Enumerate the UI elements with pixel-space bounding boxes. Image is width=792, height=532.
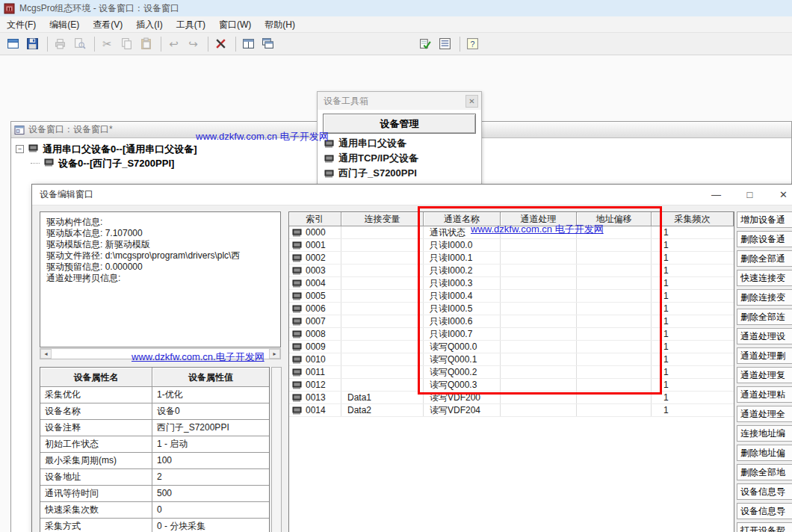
channel-row[interactable]: 0003只读I000.21: [289, 265, 734, 277]
device-manage-button[interactable]: 设备管理: [323, 114, 476, 134]
tile-windows-icon[interactable]: [240, 35, 257, 52]
toolbox-item-1[interactable]: 通用TCP/IP父设备: [318, 151, 481, 166]
print-preview-icon[interactable]: [71, 35, 88, 52]
channel-cell: Data1: [341, 392, 424, 403]
close-icon[interactable]: ✕: [465, 95, 478, 108]
side-buttons: 增加设备通删除设备通删除全部通快速连接变删除连接变删除全部连通道处理设通道处理删…: [737, 211, 792, 532]
device-edit-dialog-titlebar[interactable]: 设备编辑窗口 — □ ✕: [32, 185, 792, 205]
property-header-name: 设备属性名: [40, 368, 152, 387]
toolbox-icon[interactable]: [212, 35, 229, 52]
tree-expander-icon[interactable]: −: [16, 145, 24, 153]
undo-icon[interactable]: ↩: [165, 35, 182, 52]
toolbar-separator: [235, 37, 236, 52]
side-button-15[interactable]: 设备信息导: [737, 503, 792, 519]
channel-cell: 只读I000.3: [424, 277, 501, 289]
property-row[interactable]: 采集方式0 - 分块采集: [40, 519, 269, 532]
channel-cell: [577, 341, 652, 353]
side-button-2[interactable]: 删除全部通: [737, 250, 792, 267]
minimize-icon[interactable]: —: [699, 185, 733, 205]
driver-info-line: 驱动预留信息: 0.000000: [46, 262, 280, 273]
channel-index-label: 0005: [306, 290, 326, 302]
side-button-9[interactable]: 通道处理粘: [737, 386, 792, 403]
channel-index-label: 0000: [306, 226, 326, 238]
close-icon[interactable]: ✕: [767, 185, 792, 205]
new-icon[interactable]: [4, 35, 22, 52]
channel-row[interactable]: 0009读写Q000.01: [289, 341, 734, 353]
scroll-left-icon[interactable]: ◂: [40, 349, 52, 359]
channel-row[interactable]: 0007只读I000.61: [289, 315, 734, 328]
channel-row[interactable]: 0006只读I000.51: [289, 303, 734, 315]
property-row[interactable]: 设备地址2: [40, 469, 269, 486]
side-button-13[interactable]: 删除全部地: [737, 464, 792, 480]
side-button-10[interactable]: 通道处理全: [737, 406, 792, 422]
side-button-6[interactable]: 通道处理设: [737, 328, 792, 344]
channel-cell: [501, 303, 577, 315]
channel-cell: 1: [652, 366, 734, 378]
menu-file[interactable]: 文件(F): [0, 16, 43, 33]
side-button-0[interactable]: 增加设备通: [737, 211, 792, 228]
channel-row[interactable]: 0002只读I000.11: [289, 252, 734, 265]
channel-row[interactable]: 0010读写Q000.11: [289, 353, 734, 366]
channel-row[interactable]: 0013Data1读写VDF2001: [289, 392, 734, 404]
channel-index-cell: 0007: [289, 315, 341, 327]
redo-icon[interactable]: ↪: [185, 35, 202, 52]
side-button-1[interactable]: 删除设备通: [737, 231, 792, 247]
property-row[interactable]: 设备注释西门子_S7200PPI: [40, 420, 269, 436]
toolbox-item-2[interactable]: 西门子_S7200PPI: [318, 166, 481, 181]
side-button-4[interactable]: 删除连接变: [737, 289, 792, 306]
channel-row[interactable]: 0014Data2读写VDF2041: [289, 404, 734, 417]
menu-view[interactable]: 查看(V): [86, 16, 129, 33]
channel-index-label: 0004: [306, 277, 326, 289]
channel-index-cell: 0001: [289, 239, 341, 251]
property-value: 500: [152, 486, 269, 501]
device-toolbox-titlebar[interactable]: 设备工具箱 ✕: [318, 92, 481, 110]
menu-edit[interactable]: 编辑(E): [43, 16, 86, 33]
maximize-icon[interactable]: □: [733, 185, 767, 205]
menu-window[interactable]: 窗口(W): [212, 16, 258, 33]
help-icon[interactable]: ?: [464, 35, 481, 52]
data-list-icon[interactable]: [436, 35, 454, 52]
menu-insert[interactable]: 插入(I): [129, 16, 169, 33]
channel-index-label: 0008: [306, 328, 326, 340]
channel-row[interactable]: 0005只读I000.41: [289, 290, 734, 303]
property-row[interactable]: 快速采集次数0: [40, 502, 269, 519]
syntax-check-icon[interactable]: [417, 35, 434, 52]
channel-cell: [501, 239, 577, 251]
menu-help[interactable]: 帮助(H): [258, 16, 302, 33]
channel-cell: [501, 290, 577, 302]
cascade-windows-icon[interactable]: [259, 35, 276, 52]
copy-icon[interactable]: [118, 35, 135, 52]
channel-row[interactable]: 0008只读I000.71: [289, 328, 734, 341]
side-button-3[interactable]: 快速连接变: [737, 270, 792, 286]
menu-tools[interactable]: 工具(T): [170, 16, 212, 33]
property-value: 0 - 分块采集: [152, 519, 269, 532]
side-button-16[interactable]: 打开设备帮: [737, 522, 792, 532]
channel-row[interactable]: 0011读写Q000.21: [289, 366, 734, 379]
channel-index-label: 0014: [306, 404, 326, 416]
property-row[interactable]: 通讯等待时间500: [40, 486, 269, 502]
side-button-7[interactable]: 通道处理删: [737, 347, 792, 364]
property-row[interactable]: 采集优化1-优化: [40, 387, 269, 403]
side-button-12[interactable]: 删除地址偏: [737, 445, 792, 461]
channel-row[interactable]: 0012读写Q000.31: [289, 379, 734, 392]
paste-icon[interactable]: [137, 35, 155, 52]
side-button-8[interactable]: 通道处理复: [737, 367, 792, 383]
toolbox-item-0[interactable]: 通用串口父设备: [318, 136, 481, 151]
channel-cell: 读写Q000.3: [424, 379, 501, 391]
channel-cell: [577, 328, 652, 340]
driver-info-line: 驱动版本信息: 7.107000: [46, 228, 280, 239]
property-row[interactable]: 初始工作状态1 - 启动: [40, 436, 269, 453]
print-icon[interactable]: [52, 35, 69, 52]
property-table-scrollbar[interactable]: [271, 367, 282, 532]
channel-row[interactable]: 0001只读I000.01: [289, 239, 734, 252]
side-button-5[interactable]: 删除全部连: [737, 309, 792, 325]
cut-icon[interactable]: ✂: [99, 35, 116, 52]
side-button-14[interactable]: 设备信息导: [737, 483, 792, 500]
channel-index-label: 0006: [306, 303, 326, 315]
save-icon[interactable]: [24, 35, 41, 52]
property-row[interactable]: 设备名称设备0: [40, 403, 269, 420]
side-button-11[interactable]: 连接地址编: [737, 425, 792, 442]
channel-row[interactable]: 0004只读I000.31: [289, 277, 734, 290]
scroll-right-icon[interactable]: ▸: [269, 349, 280, 359]
property-row[interactable]: 最小采集周期(ms)100: [40, 453, 269, 469]
